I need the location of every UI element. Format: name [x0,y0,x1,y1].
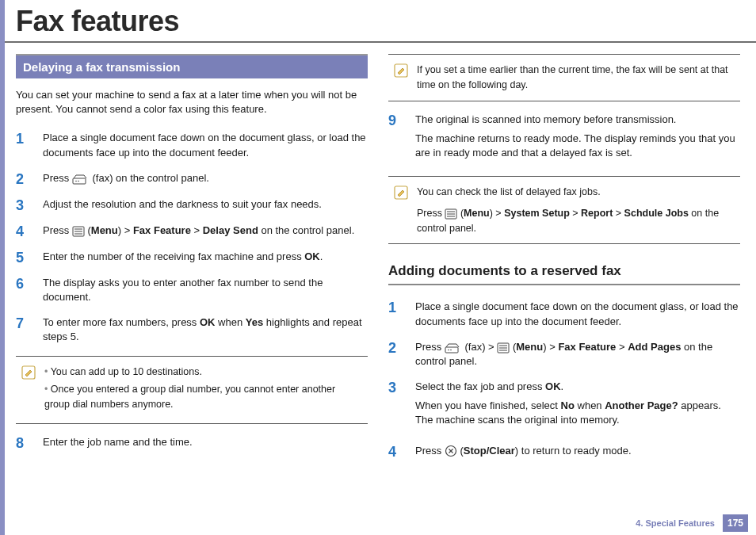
step-text: Enter the number of the receiving fax ma… [43,250,368,265]
step-1: 1 Place a single document face down on t… [16,131,368,159]
step-number: 7 [16,315,32,344]
svg-point-15 [448,349,449,350]
step-text: Press (fax) > (Menu) > Fax Feature > Add… [415,340,740,369]
step-9: 9 The original is scanned into memory be… [388,113,740,166]
left-accent-bar [0,0,5,535]
right-column: If you set a time earlier than the curre… [388,54,740,470]
step-5: 5 Enter the number of the receiving fax … [16,250,368,265]
step-6: 6 The display asks you to enter another … [16,276,368,304]
step-text: Select the fax job and press OK. When yo… [415,380,740,433]
step-number: 1 [388,300,404,328]
step-8: 8 Enter the job name and the time. [16,435,368,450]
fax-icon [72,174,90,185]
note-box-earlier-time: If you set a time earlier than the curre… [388,54,740,101]
step-number: 9 [388,113,404,166]
svg-point-2 [78,180,79,182]
step-text: Place a single document face down on the… [415,300,740,328]
rstep-3: 3 Select the fax job and press OK. When … [388,380,740,433]
menu-icon [72,226,85,237]
stop-clear-icon [445,445,457,457]
step-number: 4 [388,444,404,459]
content-columns: Delaying a fax transmission You can set … [0,54,756,470]
note-box-destinations: You can add up to 10 destinations. Once … [16,356,368,424]
step-4: 4 Press (Menu) > Fax Feature > Delay Sen… [16,224,368,239]
footer-chapter: 4. Special Features [636,518,715,528]
svg-rect-14 [445,347,458,353]
note-pencil-icon [393,63,409,78]
note-pencil-icon [393,185,409,201]
step-text: Adjust the resolution and the darkness t… [43,197,368,212]
menu-icon [445,208,457,220]
subheading-adding-docs: Adding documents to a reserved fax [388,263,740,285]
step-number: 6 [16,276,32,304]
svg-point-16 [450,349,452,350]
step-2: 2 Press (fax) on the control panel. [16,171,368,186]
note-bullet: Once you entered a group dial number, yo… [44,382,363,412]
rstep-4: 4 Press (Stop/Clear) to return to ready … [388,444,740,459]
page-footer: 4. Special Features 175 [636,514,748,532]
step-text: Place a single document face down on the… [43,131,368,159]
intro-text: You can set your machine to send a fax a… [16,88,368,117]
step-text: Press (fax) on the control panel. [43,171,368,186]
svg-rect-0 [73,178,86,184]
step-text: Enter the job name and the time. [43,435,368,450]
fax-icon [445,342,462,353]
step-number: 2 [16,171,32,186]
svg-point-1 [75,180,77,182]
step-text: Press (Stop/Clear) to return to ready mo… [415,444,740,459]
section-header-delaying: Delaying a fax transmission [16,54,368,78]
rstep-1: 1 Place a single document face down on t… [388,300,740,328]
step-number: 2 [388,340,404,369]
note-text: You can check the list of delayed fax jo… [417,185,735,235]
step-text: To enter more fax numbers, press OK when… [43,315,368,344]
note-bullet: You can add up to 10 destinations. [44,365,363,380]
page-title: Fax features [0,0,756,43]
step-7: 7 To enter more fax numbers, press OK wh… [16,315,368,344]
left-column: Delaying a fax transmission You can set … [16,54,368,470]
step-3: 3 Adjust the resolution and the darkness… [16,197,368,212]
step-number: 1 [16,131,32,159]
page-number-badge: 175 [723,514,748,532]
menu-icon [497,342,510,353]
step-number: 4 [16,224,32,239]
step-number: 8 [16,435,32,450]
note-text: If you set a time earlier than the curre… [417,63,735,93]
rstep-2: 2 Press (fax) > (Menu) > Fax Feature > A… [388,340,740,369]
note-pencil-icon [21,365,36,380]
note-box-check-jobs: You can check the list of delayed fax jo… [388,176,740,244]
step-text: The display asks you to enter another fa… [43,276,368,304]
step-number: 3 [16,197,32,212]
step-number: 5 [16,250,32,265]
step-number: 3 [388,380,404,433]
step-text: The original is scanned into memory befo… [415,113,740,166]
step-text: Press (Menu) > Fax Feature > Delay Send … [43,224,368,239]
